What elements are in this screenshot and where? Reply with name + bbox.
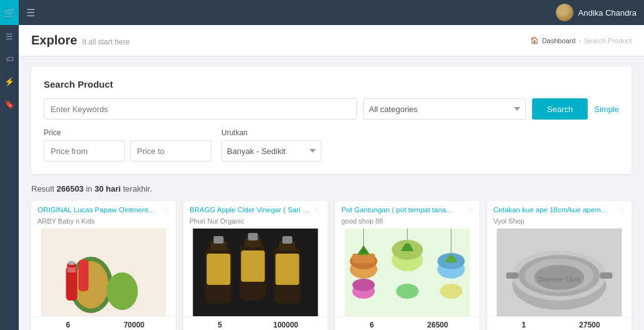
- sort-label: Urutkan: [221, 128, 321, 137]
- product-shop: Vyol Shop: [487, 217, 631, 229]
- sidebar-item-tag[interactable]: 🏷: [0, 48, 19, 70]
- product-price: 100000 JAKARTA: [272, 321, 299, 330]
- product-name[interactable]: ORIGINAL Lucas Papaw Ointment…: [38, 206, 159, 214]
- page-title: Explore: [31, 33, 77, 48]
- product-name[interactable]: BRAGG Apple Cider Vinegar ( Sari …: [189, 206, 311, 214]
- breadcrumb-home[interactable]: Dashboard: [542, 37, 576, 44]
- price-to-input[interactable]: [130, 140, 211, 162]
- price-value: 27500: [579, 321, 600, 329]
- svg-point-34: [353, 279, 375, 291]
- heart-icon[interactable]: ♡: [163, 206, 169, 215]
- svg-text:Diameter 18cm: Diameter 18cm: [538, 276, 581, 283]
- bookmark-icon: 🔖: [4, 100, 14, 109]
- content: Search Product All categories Search Sim…: [19, 56, 644, 330]
- product-footer: 5 SOLD 100000 JAKARTA: [183, 316, 328, 330]
- keyword-input[interactable]: [44, 98, 357, 120]
- page-subtitle: It all start here: [82, 38, 129, 46]
- product-image: Diameter 18cm: [487, 229, 631, 316]
- price-from-input[interactable]: [44, 140, 125, 162]
- product-card-header: Pot Gantungan ( pot tempat tana… ♡: [335, 201, 480, 217]
- svg-rect-7: [79, 260, 89, 291]
- price-value: 26500: [427, 321, 448, 329]
- sidebar-item-flash[interactable]: ⚡: [0, 70, 19, 93]
- sold-count: 6: [66, 321, 71, 329]
- product-card-header: ORIGINAL Lucas Papaw Ointment… ♡: [31, 201, 176, 217]
- results-header: Result 266503 in 30 hari terakhir.: [31, 184, 631, 193]
- product-grid: ORIGINAL Lucas Papaw Ointment… ♡ ARBY Ba…: [31, 201, 631, 330]
- search-row1: All categories Search Simple: [44, 98, 619, 120]
- menu-icon: ☰: [6, 32, 13, 41]
- product-image: [31, 229, 176, 316]
- results-period: 30 hari: [94, 184, 121, 193]
- product-sold: 1 SOLD: [515, 321, 532, 330]
- product-footer: 6 SOLD 26500 JAKARTA: [335, 316, 480, 330]
- search-card-title: Search Product: [44, 79, 619, 90]
- breadcrumb-sep: ›: [579, 37, 581, 44]
- search-button[interactable]: Search: [532, 98, 588, 120]
- price-inputs: [44, 140, 211, 162]
- breadcrumb-icon: 🏠: [530, 36, 539, 44]
- product-sold: 6 SOLD: [363, 321, 380, 330]
- svg-point-35: [396, 284, 419, 299]
- sidebar: 🛒 ☰ 🏷 ⚡ 🔖: [0, 0, 19, 330]
- sort-select[interactable]: Banyak - Sedikit: [221, 140, 321, 162]
- product-footer: 1 SOLD 27500 JAKARTA: [487, 316, 631, 330]
- hamburger-button[interactable]: ☰: [26, 7, 35, 19]
- price-value: 100000: [273, 321, 298, 329]
- search-card: Search Product All categories Search Sim…: [31, 66, 631, 174]
- sub-header: Explore It all start here 🏠 Dashboard › …: [19, 25, 644, 56]
- product-card: Pot Gantungan ( pot tempat tana… ♡ good …: [335, 201, 480, 330]
- topbar-right: Andika Chandra: [556, 4, 636, 21]
- sold-count: 1: [521, 321, 526, 329]
- breadcrumb-current: Search Product: [584, 37, 631, 44]
- product-price: 27500 JAKARTA: [576, 321, 603, 330]
- svg-rect-12: [214, 236, 224, 244]
- heart-icon[interactable]: ♡: [618, 206, 625, 215]
- search-row2: Price Urutkan Banyak - Sedikit: [44, 128, 619, 162]
- tag-icon: 🏷: [6, 54, 14, 64]
- product-name[interactable]: Pot Gantungan ( pot tempat tana…: [341, 206, 463, 214]
- flash-icon: ⚡: [4, 77, 14, 86]
- svg-rect-6: [69, 261, 75, 265]
- product-card-header: Cetakan kue ape 18cm/kue apem… ♡: [487, 201, 631, 217]
- product-card: ORIGINAL Lucas Papaw Ointment… ♡ ARBY Ba…: [31, 201, 176, 330]
- product-card: Cetakan kue ape 18cm/kue apem… ♡ Vyol Sh…: [487, 201, 631, 330]
- heart-icon[interactable]: ♡: [314, 206, 321, 215]
- product-name[interactable]: Cetakan kue ape 18cm/kue apem…: [493, 206, 615, 214]
- heart-icon[interactable]: ♡: [466, 206, 473, 215]
- product-sold: 6 SOLD: [59, 321, 76, 330]
- price-label: Price: [44, 128, 211, 137]
- user-name: Andika Chandra: [578, 8, 636, 18]
- topbar: ☰ Andika Chandra: [19, 0, 644, 25]
- product-shop: ARBY Baby n Kids: [31, 217, 176, 229]
- price-value: 70000: [124, 321, 144, 329]
- sold-count: 6: [370, 321, 374, 329]
- product-price: 70000 CAKUNG: [121, 321, 148, 330]
- product-shop: good shop 88: [335, 217, 480, 229]
- simple-button[interactable]: Simple: [594, 105, 619, 114]
- sidebar-item-bookmark[interactable]: 🔖: [0, 93, 19, 115]
- svg-rect-16: [248, 233, 258, 240]
- svg-rect-20: [283, 236, 293, 244]
- page-title-area: Explore It all start here: [31, 33, 129, 48]
- product-sold: 5 SOLD: [211, 321, 228, 330]
- svg-rect-42: [506, 272, 519, 279]
- svg-rect-8: [68, 267, 76, 272]
- category-select[interactable]: All categories: [363, 98, 526, 120]
- avatar: [556, 4, 573, 21]
- product-image: [335, 229, 480, 316]
- logo-icon: 🛒: [3, 7, 16, 19]
- breadcrumb: 🏠 Dashboard › Search Product: [530, 36, 631, 44]
- product-card: BRAGG Apple Cider Vinegar ( Sari … ♡ Phu…: [183, 201, 328, 330]
- product-price: 26500 JAKARTA: [424, 321, 451, 330]
- product-footer: 6 SOLD 70000 CAKUNG: [31, 316, 176, 330]
- product-card-header: BRAGG Apple Cider Vinegar ( Sari … ♡: [183, 201, 328, 217]
- svg-rect-43: [600, 272, 613, 279]
- sidebar-item-menu[interactable]: ☰: [0, 25, 19, 48]
- topbar-left: ☰: [26, 7, 35, 19]
- product-shop: Phuri Nut Organic: [183, 217, 328, 229]
- svg-rect-13: [207, 254, 231, 285]
- main-area: ☰ Andika Chandra Explore It all start he…: [19, 0, 644, 330]
- sidebar-logo[interactable]: 🛒: [0, 0, 19, 25]
- results-suffix: terakhir.: [123, 184, 152, 193]
